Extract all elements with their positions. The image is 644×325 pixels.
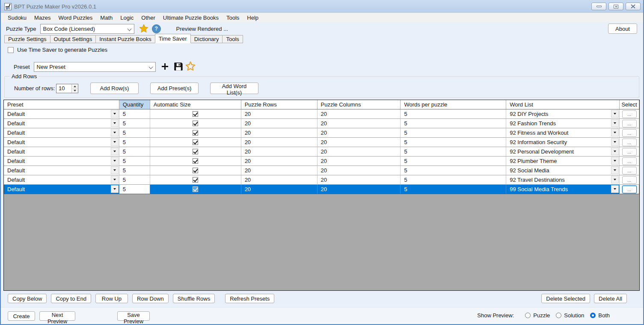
automatic-size-checkbox[interactable]	[193, 158, 198, 164]
automatic-size-checkbox[interactable]	[193, 130, 198, 136]
table-row[interactable]: Default52020592 Fashion Trends...	[4, 119, 639, 128]
show-preview-option-puzzle[interactable]: Puzzle	[525, 312, 550, 319]
column-header-preset[interactable]: Preset	[4, 100, 119, 109]
help-button[interactable]: ?	[152, 24, 161, 33]
wordlist-dropdown-button[interactable]	[611, 110, 619, 118]
automatic-size-checkbox[interactable]	[193, 139, 198, 145]
grid-cell-preset[interactable]: Default	[4, 166, 119, 175]
menu-logic[interactable]: Logic	[116, 13, 137, 22]
grid-cell-word-list[interactable]: 99 Social Media Trends	[506, 185, 620, 194]
column-header-words-per-puzzle[interactable]: Words per puzzle	[401, 100, 506, 109]
grid-cell-word-list[interactable]: 92 DIY Projects	[506, 109, 620, 118]
menu-word-puzzles[interactable]: Word Puzzles	[54, 13, 96, 22]
grid-cell-quantity[interactable]: 5	[119, 175, 150, 184]
favorite-preset-star-icon[interactable]	[185, 61, 196, 73]
grid-cell-puzzle-columns[interactable]: 20	[318, 166, 401, 175]
tab-dictionary[interactable]: Dictionary	[190, 35, 223, 43]
grid-cell-word-list[interactable]: 92 Fashion Trends	[506, 119, 620, 128]
tab-tools[interactable]: Tools	[222, 35, 243, 43]
grid-cell-puzzle-columns[interactable]: 20	[318, 185, 401, 194]
select-wordlist-button[interactable]: ...	[622, 148, 637, 156]
save-preset-icon[interactable]	[173, 62, 183, 73]
wordlist-dropdown-button[interactable]	[611, 185, 619, 193]
delete-all-button[interactable]: Delete All	[594, 294, 627, 303]
grid-cell-puzzle-columns[interactable]: 20	[318, 128, 401, 137]
menu-help[interactable]: Help	[243, 13, 262, 22]
preset-dropdown-button[interactable]	[111, 110, 119, 118]
automatic-size-checkbox[interactable]	[193, 149, 198, 154]
grid-cell-preset[interactable]: Default	[4, 147, 119, 156]
grid-cell-puzzle-rows[interactable]: 20	[241, 166, 318, 175]
maximize-button[interactable]	[608, 3, 623, 10]
grid-cell-quantity[interactable]: 5	[119, 119, 150, 128]
grid-cell-quantity[interactable]: 5	[119, 109, 150, 118]
column-header-puzzle-rows[interactable]: Puzzle Rows	[241, 100, 318, 109]
grid-cell-puzzle-rows[interactable]: 20	[241, 157, 318, 165]
preset-combobox[interactable]: New Preset	[34, 62, 156, 72]
table-row[interactable]: Default52020592 Travel Destinations...	[4, 175, 639, 185]
add-rows-button[interactable]: Add Row(s)	[90, 83, 139, 94]
tab-instant-puzzle-books[interactable]: Instant Puzzle Books	[95, 35, 155, 43]
about-button[interactable]: About	[608, 24, 637, 34]
show-preview-option-both[interactable]: Both	[590, 312, 610, 319]
grid-cell-puzzle-columns[interactable]: 20	[318, 175, 401, 184]
stepper-down-button[interactable]	[72, 89, 78, 93]
preset-dropdown-button[interactable]	[111, 138, 119, 146]
table-row[interactable]: Default52020599 Social Media Trends...	[4, 185, 639, 194]
preset-dropdown-button[interactable]	[111, 119, 119, 127]
grid-cell-words-per-puzzle[interactable]: 5	[401, 109, 506, 118]
automatic-size-checkbox[interactable]	[193, 186, 198, 192]
preset-dropdown-button[interactable]	[111, 185, 119, 193]
grid-cell-automatic-size[interactable]	[150, 175, 241, 184]
automatic-size-checkbox[interactable]	[193, 121, 198, 126]
grid-cell-word-list[interactable]: 92 Fitness and Workout	[506, 128, 620, 137]
grid-cell-preset[interactable]: Default	[4, 128, 119, 137]
close-button[interactable]	[626, 3, 641, 10]
grid-cell-puzzle-rows[interactable]: 20	[241, 175, 318, 184]
grid-cell-quantity[interactable]: 5	[119, 166, 150, 175]
automatic-size-checkbox[interactable]	[193, 177, 198, 183]
select-wordlist-button[interactable]: ...	[622, 120, 637, 127]
grid-cell-puzzle-columns[interactable]: 20	[318, 147, 401, 156]
grid-cell-puzzle-columns[interactable]: 20	[318, 119, 401, 128]
puzzle-type-combobox[interactable]: Box Code (Licensed)	[40, 24, 134, 34]
shuffle-rows-button[interactable]: Shuffle Rows	[173, 294, 215, 303]
add-word-lists-button[interactable]: Add Word List(s)	[210, 83, 258, 94]
wordlist-dropdown-button[interactable]	[611, 176, 619, 183]
menu-mazes[interactable]: Mazes	[30, 13, 54, 22]
grid-cell-quantity[interactable]: 5	[119, 185, 150, 194]
wordlist-dropdown-button[interactable]	[611, 129, 619, 136]
table-row[interactable]: Default52020592 DIY Projects...	[4, 109, 639, 119]
select-wordlist-button[interactable]: ...	[622, 167, 637, 174]
column-header-select[interactable]: Select	[620, 100, 639, 109]
menu-sudoku[interactable]: Sudoku	[4, 13, 30, 22]
grid-cell-preset[interactable]: Default	[4, 109, 119, 118]
tab-puzzle-settings[interactable]: Puzzle Settings	[4, 35, 50, 43]
table-row[interactable]: Default52020592 Personal Development...	[4, 147, 639, 157]
select-wordlist-button[interactable]: ...	[622, 139, 637, 146]
grid-cell-automatic-size[interactable]	[150, 128, 241, 137]
grid-cell-quantity[interactable]: 5	[119, 138, 150, 147]
row-up-button[interactable]: Row Up	[95, 294, 128, 303]
grid-cell-words-per-puzzle[interactable]: 5	[401, 138, 506, 147]
use-time-saver-checkbox[interactable]: Use Time Saver to generate Puzzles	[8, 47, 107, 53]
wordlist-dropdown-button[interactable]	[611, 166, 619, 174]
select-wordlist-button[interactable]: ...	[622, 129, 637, 137]
grid-cell-automatic-size[interactable]	[150, 147, 241, 156]
table-row[interactable]: Default52020592 Information Security...	[4, 138, 639, 147]
grid-cell-quantity[interactable]: 5	[119, 128, 150, 137]
grid-cell-automatic-size[interactable]	[150, 109, 241, 118]
grid-cell-puzzle-rows[interactable]: 20	[241, 128, 318, 137]
create-button[interactable]: Create	[8, 311, 35, 321]
grid-cell-automatic-size[interactable]	[150, 138, 241, 147]
preset-dropdown-button[interactable]	[111, 129, 119, 136]
automatic-size-checkbox[interactable]	[193, 111, 198, 117]
grid-cell-preset[interactable]: Default	[4, 185, 119, 194]
grid-cell-word-list[interactable]: 92 Information Security	[506, 138, 620, 147]
wordlist-dropdown-button[interactable]	[611, 119, 619, 127]
wordlist-dropdown-button[interactable]	[611, 138, 619, 146]
tab-time-saver[interactable]: Time Saver	[155, 34, 191, 43]
menu-math[interactable]: Math	[96, 13, 116, 22]
preset-dropdown-button[interactable]	[111, 157, 119, 165]
grid-cell-automatic-size[interactable]	[150, 119, 241, 128]
